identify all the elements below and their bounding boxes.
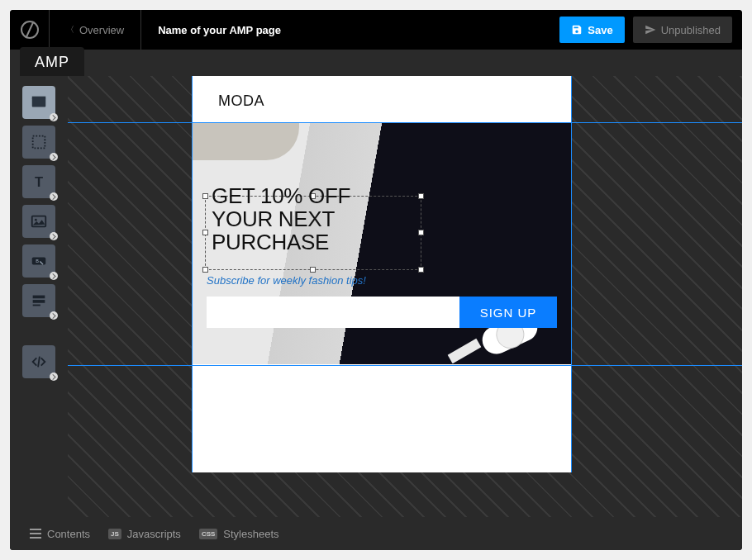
svg-rect-4	[32, 216, 46, 227]
resize-handle[interactable]	[202, 267, 208, 273]
tool-expand-icon	[50, 272, 58, 280]
brand-text[interactable]: MODA	[218, 93, 264, 110]
save-icon	[571, 24, 583, 36]
code-tool[interactable]	[22, 345, 55, 378]
tool-expand-icon	[50, 373, 58, 381]
svg-text:B: B	[36, 259, 39, 263]
svg-rect-13	[30, 537, 41, 539]
chevron-left-icon: 〈	[66, 24, 74, 36]
email-field[interactable]	[207, 297, 459, 328]
js-badge-icon: JS	[108, 529, 121, 539]
svg-rect-8	[33, 296, 45, 299]
hero-bg-detail	[448, 339, 482, 363]
top-bar: 〈 Overview Name of your AMP page Save Un…	[10, 10, 742, 50]
tool-expand-icon	[50, 311, 58, 320]
svg-rect-11	[30, 529, 41, 530]
overview-link[interactable]: 〈 Overview	[50, 10, 141, 50]
workspace: T B MODA	[10, 76, 742, 517]
canvas[interactable]: MODA GET 10% OFF YOUR NEXT PURCHASE Subs…	[68, 76, 742, 517]
contents-panel-button[interactable]: Contents	[30, 528, 90, 540]
guide-line-vertical[interactable]	[571, 76, 572, 472]
tool-expand-icon	[50, 113, 58, 121]
guide-line-vertical[interactable]	[192, 76, 193, 472]
resize-handle[interactable]	[418, 193, 424, 199]
overview-label: Overview	[79, 24, 124, 36]
tool-expand-icon	[50, 192, 58, 201]
resize-handle[interactable]	[202, 230, 208, 235]
form-tool[interactable]	[22, 284, 55, 317]
svg-rect-0	[32, 98, 46, 107]
save-button[interactable]: Save	[559, 17, 624, 43]
app-frame: 〈 Overview Name of your AMP page Save Un…	[10, 10, 742, 550]
section-tool[interactable]	[22, 86, 55, 119]
publish-label: Unpublished	[661, 24, 721, 36]
contents-label: Contents	[47, 528, 90, 540]
svg-rect-1	[32, 97, 46, 99]
guide-line-horizontal[interactable]	[68, 365, 742, 366]
css-label: Stylesheets	[223, 528, 278, 540]
resize-handle[interactable]	[418, 267, 424, 273]
publish-button[interactable]: Unpublished	[633, 17, 732, 43]
resize-handle[interactable]	[202, 193, 208, 199]
hero-bg-detail	[192, 123, 299, 160]
page-title: Name of your AMP page	[141, 24, 297, 36]
tool-expand-icon	[50, 232, 58, 240]
javascripts-panel-button[interactable]: JS Javascripts	[108, 528, 181, 540]
bottom-bar: Contents JS Javascripts CSS Stylesheets	[10, 517, 742, 550]
svg-point-5	[35, 219, 37, 221]
headline-text[interactable]: GET 10% OFF YOUR NEXT PURCHASE	[212, 184, 350, 254]
svg-rect-9	[33, 300, 45, 303]
tab-amp[interactable]: AMP	[20, 47, 84, 76]
button-tool[interactable]: B	[22, 244, 55, 278]
svg-rect-10	[33, 305, 40, 306]
js-label: Javascripts	[127, 528, 181, 540]
logo-icon	[21, 21, 39, 39]
signup-form[interactable]: SIGN UP	[207, 297, 557, 328]
resize-handle[interactable]	[310, 267, 316, 273]
page-artboard[interactable]: MODA GET 10% OFF YOUR NEXT PURCHASE Subs…	[192, 76, 572, 472]
paper-plane-icon	[645, 24, 656, 36]
text-tool[interactable]: T	[22, 165, 55, 198]
signup-button[interactable]: SIGN UP	[459, 297, 557, 328]
svg-text:T: T	[35, 174, 43, 189]
svg-rect-12	[30, 533, 41, 534]
svg-rect-2	[33, 136, 45, 149]
save-label: Save	[588, 24, 612, 36]
css-badge-icon: CSS	[199, 529, 217, 539]
subtext[interactable]: Subscribe for weekly fashion tips!	[207, 274, 366, 287]
guide-line-horizontal[interactable]	[68, 122, 742, 123]
logo[interactable]	[10, 10, 50, 50]
box-tool[interactable]	[22, 126, 55, 159]
resize-handle[interactable]	[418, 230, 424, 235]
tab-row: AMP	[10, 50, 742, 76]
editor-body: AMP T B MODA	[10, 50, 742, 550]
contents-icon	[30, 529, 41, 539]
image-tool[interactable]	[22, 205, 55, 238]
stylesheets-panel-button[interactable]: CSS Stylesheets	[199, 528, 279, 540]
tool-column: T B	[10, 76, 68, 517]
tool-expand-icon	[50, 153, 58, 161]
